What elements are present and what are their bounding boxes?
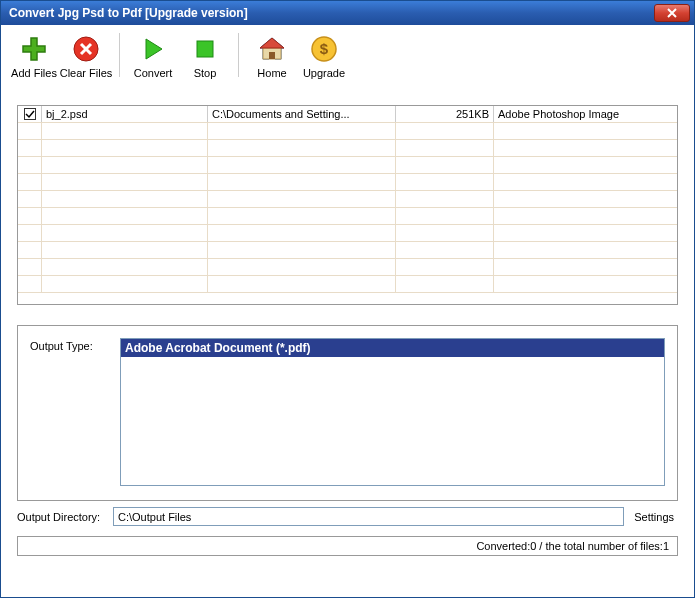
output-directory-input[interactable] <box>113 507 624 526</box>
status-bar: Converted:0 / the total number of files:… <box>17 536 678 556</box>
empty-row <box>18 259 677 276</box>
output-directory-row: Output Directory: Settings <box>17 507 678 526</box>
empty-row <box>18 140 677 157</box>
empty-row <box>18 157 677 174</box>
close-icon <box>667 8 677 18</box>
svg-rect-3 <box>269 52 275 59</box>
clear-files-label: Clear Files <box>60 67 113 79</box>
file-grid[interactable]: bj_2.psd C:\Documents and Setting... 251… <box>17 105 678 305</box>
clear-files-button[interactable]: Clear Files <box>61 31 111 81</box>
stop-button[interactable]: Stop <box>180 31 230 81</box>
upgrade-icon: $ <box>308 33 340 65</box>
play-icon <box>137 33 169 65</box>
output-type-selected[interactable]: Adobe Acrobat Document (*.pdf) <box>121 339 664 357</box>
app-window: Convert Jpg Psd to Pdf [Upgrade version]… <box>0 0 695 598</box>
cell-path: C:\Documents and Setting... <box>208 106 396 122</box>
convert-button[interactable]: Convert <box>128 31 178 81</box>
toolbar-separator <box>119 33 120 77</box>
checkbox-checked-icon[interactable] <box>24 108 36 120</box>
table-row[interactable]: bj_2.psd C:\Documents and Setting... 251… <box>18 106 677 123</box>
status-text: Converted:0 / the total number of files:… <box>476 540 669 552</box>
home-button[interactable]: Home <box>247 31 297 81</box>
toolbar: Add Files Clear Files Convert Stop <box>1 25 694 85</box>
clear-icon <box>70 33 102 65</box>
home-label: Home <box>257 67 286 79</box>
output-type-panel: Output Type: Adobe Acrobat Document (*.p… <box>17 325 678 501</box>
add-files-label: Add Files <box>11 67 57 79</box>
window-title: Convert Jpg Psd to Pdf [Upgrade version] <box>9 6 248 20</box>
upgrade-button[interactable]: $ Upgrade <box>299 31 349 81</box>
empty-row <box>18 208 677 225</box>
close-button[interactable] <box>654 4 690 22</box>
add-files-button[interactable]: Add Files <box>9 31 59 81</box>
plus-icon <box>18 33 50 65</box>
settings-link[interactable]: Settings <box>630 511 678 523</box>
upgrade-label: Upgrade <box>303 67 345 79</box>
toolbar-separator <box>238 33 239 77</box>
svg-text:$: $ <box>320 40 329 57</box>
empty-row <box>18 191 677 208</box>
cell-size: 251KB <box>396 106 494 122</box>
output-type-list[interactable]: Adobe Acrobat Document (*.pdf) <box>120 338 665 486</box>
empty-row <box>18 123 677 140</box>
convert-label: Convert <box>134 67 173 79</box>
content-area: bj_2.psd C:\Documents and Setting... 251… <box>1 85 694 597</box>
home-icon <box>256 33 288 65</box>
stop-icon <box>189 33 221 65</box>
cell-type: Adobe Photoshop Image <box>494 106 677 122</box>
stop-label: Stop <box>194 67 217 79</box>
output-directory-label: Output Directory: <box>17 511 107 523</box>
empty-row <box>18 242 677 259</box>
empty-row <box>18 174 677 191</box>
empty-row <box>18 276 677 293</box>
svg-rect-1 <box>197 41 213 57</box>
cell-filename: bj_2.psd <box>42 106 208 122</box>
title-bar: Convert Jpg Psd to Pdf [Upgrade version] <box>1 1 694 25</box>
empty-row <box>18 225 677 242</box>
output-type-label: Output Type: <box>30 338 120 488</box>
row-checkbox-cell[interactable] <box>18 106 42 122</box>
